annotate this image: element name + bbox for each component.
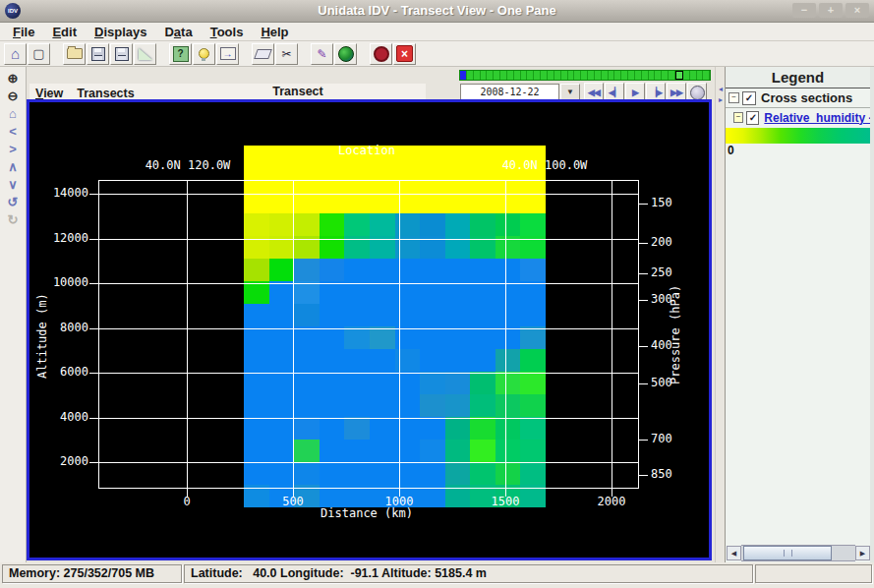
legend-item-row: − ✓ Relative_humidity -_ [726,108,870,127]
time-step-cell[interactable] [655,71,662,80]
cross-sections-checkbox[interactable]: ✓ [742,91,756,105]
close-window-button[interactable]: × [845,3,869,18]
cut-button[interactable]: ✂ [275,43,298,65]
time-step-cell[interactable] [494,71,500,80]
scroll-left-button[interactable]: ◀ [727,546,741,560]
time-step-cell[interactable] [574,71,581,80]
time-step-cell[interactable] [521,71,528,80]
colorbar[interactable] [726,128,870,144]
time-step-cell[interactable] [514,71,521,80]
save-icon [91,47,105,61]
time-step-cell[interactable] [675,71,683,80]
time-step-cell[interactable] [527,71,534,80]
time-step-cell[interactable] [628,71,635,80]
time-step-cell[interactable] [595,71,602,80]
new-display-button[interactable]: ▢ [28,43,50,65]
time-step-cell[interactable] [642,71,649,80]
remove-displays-button[interactable] [252,43,274,65]
scroll-right-button[interactable]: ▶ [855,546,870,560]
zoom-in-button[interactable]: ⊕ [4,71,22,87]
time-step-cell[interactable] [649,71,656,80]
tab-transects[interactable]: Transects [77,87,134,100]
projection-globe-button[interactable] [334,43,357,65]
altitude-tick-label: 6000 [31,365,88,379]
show-dashboard-icon: ⌂ [11,46,20,61]
open-file-button[interactable] [63,43,86,65]
time-step-cell[interactable] [669,71,675,80]
axis-tick [89,462,98,463]
time-step-cell[interactable] [554,71,561,80]
time-step-cell[interactable] [568,71,575,80]
time-step-cell[interactable] [474,71,481,80]
time-step-cell[interactable] [662,71,669,80]
tab-view[interactable]: View [35,87,63,100]
time-step-cell[interactable] [548,71,554,80]
axis-tick [89,239,98,240]
home-view-button[interactable]: ⌂ [4,106,22,122]
time-step-cell[interactable] [500,71,507,80]
show-dashboard-button[interactable]: ⌂ [4,43,27,65]
grid-line [98,239,639,240]
time-step-cell[interactable] [690,71,697,80]
undo-button[interactable]: ↺ [4,195,22,210]
plot-canvas[interactable]: Location 40.0N 120.0W 40.0N 100.0W Altit… [29,102,709,558]
pan-left-button[interactable]: < [4,124,22,140]
time-step-cell[interactable] [581,71,588,80]
field-selector-button[interactable]: ? [169,43,192,65]
maximize-button[interactable]: + [819,3,843,18]
minimize-button[interactable]: − [792,3,816,18]
collapse-icon[interactable]: − [733,112,743,123]
axis-tick [89,283,98,284]
time-step-cell[interactable] [460,71,467,80]
zoom-out-button[interactable]: ⊖ [4,88,22,104]
time-step-cell[interactable] [703,71,710,80]
time-step-cell[interactable] [534,71,541,80]
scrollbar-track[interactable] [741,545,855,561]
relative-humidity-link[interactable]: Relative_humidity -_ [764,111,870,125]
collapse-left-icon[interactable]: ◂ [717,85,725,94]
time-step-cell[interactable] [621,71,628,80]
altitude-tick-label: 12000 [31,231,88,245]
pan-up-button[interactable]: ∧ [4,159,22,175]
time-step-cell[interactable] [481,71,488,80]
menu-tools[interactable]: Tools [204,24,251,40]
grid-line [187,180,188,489]
exit-button[interactable]: × [393,43,416,65]
data-chooser-button[interactable]: → [216,43,239,65]
time-step-cell[interactable] [507,71,514,80]
redo-button[interactable]: ↻ [4,212,22,228]
save-as-button[interactable] [110,43,133,65]
time-step-cell[interactable] [614,71,621,80]
show-tips-button[interactable] [193,43,215,65]
pan-down-button[interactable]: ∨ [4,177,22,193]
time-step-cell[interactable] [609,71,615,80]
pressure-tick-label: 850 [651,467,672,481]
menu-displays[interactable]: Displays [87,24,153,40]
stop-loads-button[interactable] [370,43,392,65]
panel-splitter[interactable]: ◂ ▸ [715,67,725,562]
drawing-control-button[interactable] [134,43,156,65]
time-step-cell[interactable] [487,71,494,80]
relative-humidity-checkbox[interactable]: ✓ [746,111,759,125]
save-button[interactable] [87,43,109,65]
axis-tick [639,300,648,301]
time-step-cell[interactable] [602,71,609,80]
menu-file[interactable]: File [6,24,41,40]
time-step-cell[interactable] [561,71,568,80]
menu-data[interactable]: Data [157,24,199,40]
menu-edit[interactable]: Edit [45,24,84,40]
menu-help[interactable]: Help [254,24,295,40]
time-step-cell[interactable] [541,71,548,80]
collapse-icon[interactable]: − [728,92,739,103]
time-step-cell[interactable] [697,71,704,80]
time-step-cell[interactable] [588,71,595,80]
time-step-cell[interactable] [683,71,690,80]
time-step-cell[interactable] [635,71,642,80]
time-step-cell[interactable] [467,71,474,80]
scrollbar-thumb[interactable] [743,546,832,560]
animation-timeline[interactable] [459,70,711,81]
pan-right-button[interactable]: > [4,142,22,157]
preferences-button[interactable]: ✎ [311,43,333,65]
transect-display[interactable]: Location 40.0N 120.0W 40.0N 100.0W Altit… [27,99,712,560]
expand-right-icon[interactable]: ▸ [717,95,725,105]
